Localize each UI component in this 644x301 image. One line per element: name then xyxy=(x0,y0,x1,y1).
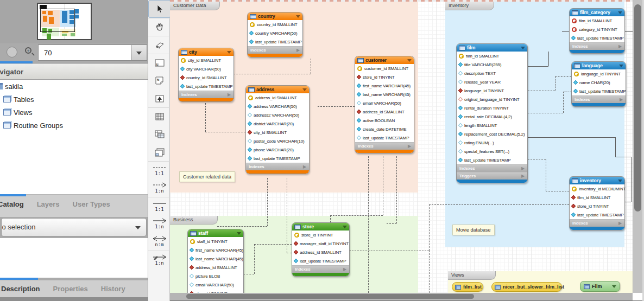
tool-routine-group-icon[interactable] xyxy=(148,143,171,161)
vertical-scrollbar[interactable] xyxy=(633,0,642,293)
relationship-line[interactable] xyxy=(205,103,206,132)
column-row[interactable]: title VARCHAR(255) xyxy=(457,60,527,69)
indexes-section[interactable]: Indexes▶ xyxy=(248,46,302,54)
indexes-section[interactable]: Indexes▶ xyxy=(292,265,349,273)
zoom-dropdown-button[interactable] xyxy=(131,44,147,61)
relationship-line[interactable] xyxy=(555,76,571,77)
table-header[interactable]: film_category xyxy=(570,9,624,16)
tree-item-sakila[interactable]: sakila xyxy=(0,80,148,93)
table-header[interactable]: address xyxy=(246,86,309,93)
column-row[interactable]: language_id TINYINT xyxy=(572,69,626,78)
diagram-minimap[interactable] xyxy=(37,3,92,40)
expand-arrow-icon[interactable]: ▶ xyxy=(408,144,411,149)
table-staff[interactable]: staffstaff_id TINYINTfirst_name VARCHAR(… xyxy=(187,229,244,293)
relationship-line[interactable] xyxy=(243,274,254,274)
relationship-line[interactable] xyxy=(528,159,546,159)
relationship-line[interactable] xyxy=(254,244,292,245)
column-row[interactable]: film_id SMALLINT xyxy=(457,52,527,60)
column-row[interactable]: country VARCHAR(50) xyxy=(248,29,302,37)
relationship-line[interactable] xyxy=(311,59,311,74)
region-label[interactable]: Views xyxy=(448,271,496,280)
column-row[interactable]: last_update TIMESTAMP xyxy=(355,133,414,142)
column-row[interactable]: city VARCHAR(50) xyxy=(179,65,233,73)
tool-rel-1-n-existing-icon[interactable]: 1:n xyxy=(148,251,171,268)
indexes-section[interactable]: Indexes▶ xyxy=(570,42,624,50)
indexes-section[interactable]: Indexes▶ xyxy=(179,91,233,98)
column-row[interactable]: inventory_id MEDIUMINT xyxy=(570,184,624,193)
relationship-line[interactable] xyxy=(287,253,292,253)
column-row[interactable]: film_id SMALLINT xyxy=(570,16,624,25)
relationship-line[interactable] xyxy=(330,215,383,216)
column-row[interactable]: manager_staff_id TINYINT xyxy=(292,239,349,248)
region-label[interactable]: Business xyxy=(170,216,218,225)
column-row[interactable]: staff_id TINYINT xyxy=(188,237,243,246)
column-row[interactable]: address_id SMALLINT xyxy=(292,248,349,257)
tool-eraser-icon[interactable] xyxy=(148,36,171,54)
collapse-arrow-icon[interactable] xyxy=(343,226,347,228)
table-store[interactable]: storestore_id TINYINTmanager_staff_id TI… xyxy=(292,222,350,277)
horizontal-scrollbar-thumb[interactable] xyxy=(186,294,474,299)
collapse-arrow-icon[interactable] xyxy=(521,47,525,49)
column-row[interactable]: last_update TIMESTAMP xyxy=(570,34,624,42)
table-header[interactable]: language xyxy=(572,62,626,69)
relationship-line[interactable] xyxy=(615,157,631,157)
table-film[interactable]: filmfilm_id SMALLINTtitle VARCHAR(255)de… xyxy=(456,43,528,183)
view-nicer_but_slower_film_list[interactable]: nicer_but_slower_film_list xyxy=(491,282,562,292)
tool-note-icon[interactable]: N xyxy=(148,72,171,89)
relationship-line[interactable] xyxy=(217,226,267,227)
indexes-section[interactable]: Indexes▶ xyxy=(457,164,527,172)
indexes-section[interactable]: Indexes▶ xyxy=(355,142,414,150)
relationship-line[interactable] xyxy=(383,156,383,215)
column-row[interactable]: replacement_cost DECIMAL(5,2) xyxy=(457,130,527,138)
table-header[interactable]: store xyxy=(292,223,349,230)
column-row[interactable]: film_id SMALLINT xyxy=(570,193,624,202)
tree-item-views[interactable]: Views xyxy=(0,106,148,119)
zoom-out-button[interactable] xyxy=(7,47,17,57)
table-film_category[interactable]: film_categoryfilm_id SMALLINTcategory_id… xyxy=(569,8,625,54)
column-row[interactable]: last_update TIMESTAMP xyxy=(179,82,233,91)
horizontal-scrollbar[interactable] xyxy=(170,293,633,300)
column-row[interactable]: first_name VARCHAR(45) xyxy=(355,81,414,90)
tab-description[interactable]: Description xyxy=(0,280,47,297)
column-row[interactable]: name CHAR(20) xyxy=(572,78,626,87)
tab-catalog[interactable]: Catalog xyxy=(0,195,30,213)
tree-item-tables[interactable]: Tables xyxy=(0,93,148,106)
table-address[interactable]: addressaddress_id SMALLINTaddress VARCHA… xyxy=(245,85,310,174)
table-city[interactable]: citycity_id SMALLINTcity VARCHAR(50)coun… xyxy=(178,48,234,102)
collapse-arrow-icon[interactable] xyxy=(407,59,412,62)
relationship-line[interactable] xyxy=(387,223,396,224)
tool-view-icon[interactable] xyxy=(148,125,171,143)
relationship-line[interactable] xyxy=(396,156,397,223)
table-header[interactable]: film xyxy=(457,44,527,52)
zoom-in-icon[interactable]: + xyxy=(25,47,31,54)
column-row[interactable]: category_id TINYINT xyxy=(570,25,624,34)
table-customer[interactable]: customercustomer_id SMALLINTstore_id TIN… xyxy=(355,56,414,153)
relationship-line[interactable] xyxy=(528,91,555,91)
eer-diagram-canvas[interactable]: Customer DataBusinessInventoryViewscount… xyxy=(170,0,633,293)
relationship-line[interactable] xyxy=(625,31,633,32)
table-country[interactable]: countrycountry_id SMALLINTcountry VARCHA… xyxy=(247,12,303,57)
relationship-line[interactable] xyxy=(625,202,631,202)
table-header[interactable]: country xyxy=(248,12,302,20)
expand-arrow-icon[interactable]: ▶ xyxy=(343,267,346,272)
relationship-line[interactable] xyxy=(555,76,555,91)
relationship-line[interactable] xyxy=(368,156,369,293)
relationship-line[interactable] xyxy=(562,31,569,32)
region-label[interactable]: Customer Data xyxy=(170,2,220,10)
relationship-line[interactable] xyxy=(528,66,548,67)
minimap-viewport[interactable] xyxy=(40,9,75,32)
column-row[interactable]: country_id SMALLINT xyxy=(248,20,302,29)
column-row[interactable]: email VARCHAR(50) xyxy=(355,99,414,107)
relationship-line[interactable] xyxy=(429,204,430,251)
column-row[interactable]: picture BLOB xyxy=(188,272,243,280)
tab-properties[interactable]: Properties xyxy=(47,280,94,297)
column-row[interactable]: email VARCHAR(50) xyxy=(188,280,243,289)
relationship-line[interactable] xyxy=(528,113,563,113)
relationship-line[interactable] xyxy=(330,215,331,222)
column-row[interactable]: store_id TINYINT xyxy=(355,73,414,81)
collapse-arrow-icon[interactable] xyxy=(302,88,307,91)
tool-table-icon[interactable] xyxy=(148,107,171,125)
tool-rel-1-1-dashed-icon[interactable]: 1:1 xyxy=(148,161,171,179)
column-row[interactable]: district VARCHAR(20) xyxy=(246,119,309,128)
column-row[interactable]: language_id TINYINT xyxy=(457,86,527,95)
